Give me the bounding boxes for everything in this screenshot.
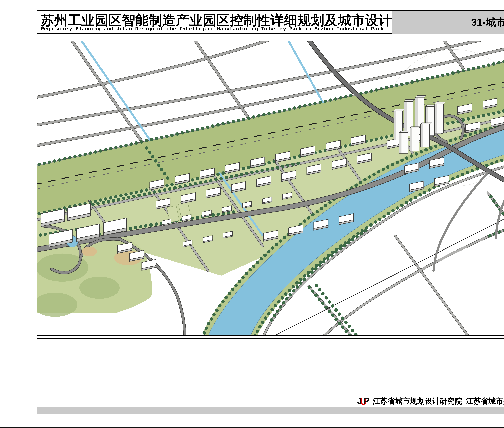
aerial-render-frame <box>37 41 504 336</box>
page-subtitle-en: Regulatory Planning and Urban Design of … <box>41 26 384 32</box>
footer: J U P 江苏省城市规划设计研究院 江苏省城市交通规划研究中心 <box>357 396 504 406</box>
jup-logo-icon: J U P <box>357 396 369 406</box>
logo-letter-p: P <box>363 396 369 406</box>
notes-box <box>37 338 504 395</box>
plan-sheet: 苏州工业园区智能制造产业园区控制性详细规划及城市设计 Regulatory Pl… <box>0 0 504 428</box>
institute-name-planning: 江苏省城市规划设计研究院 <box>373 396 462 406</box>
sheet-label: 31-城市设计三维鸟瞰图 <box>471 16 504 29</box>
footer-gray-bar <box>37 407 504 414</box>
aerial-render <box>37 41 504 335</box>
bottom-edge-strip <box>0 427 504 428</box>
sheet-number-box: 31-城市设计三维鸟瞰图 <box>392 10 504 34</box>
institute-name-transport: 江苏省城市交通规划研究中心 <box>466 396 504 406</box>
